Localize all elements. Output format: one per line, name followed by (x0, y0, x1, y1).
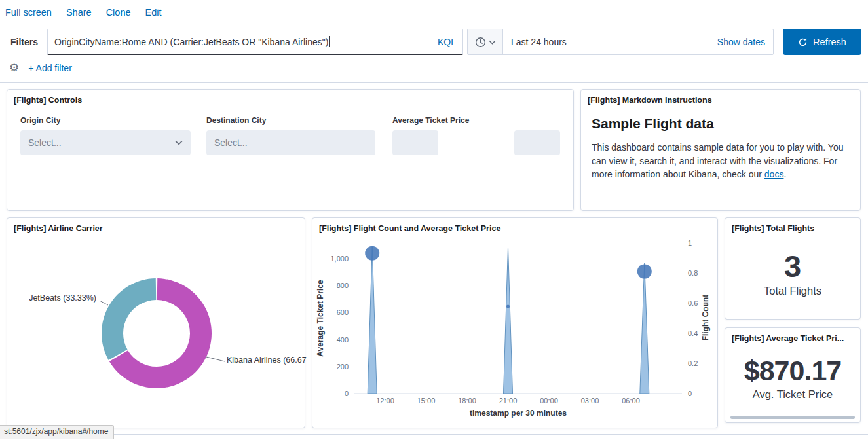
y-right-tick-label: 0.8 (688, 269, 698, 277)
pie-label-line (100, 301, 108, 305)
pie-slice-jetbeats[interactable] (102, 278, 156, 360)
y-left-tick-label: 1,000 (330, 255, 349, 263)
x-tick-label: 03:00 (581, 397, 599, 405)
pie-label-jetbeats: JetBeats (33.33%) (19, 293, 96, 302)
markdown-text-end: . (783, 169, 786, 179)
donut-chart (7, 218, 305, 428)
refresh-button-label: Refresh (813, 37, 846, 47)
y-left-tick-label: 200 (337, 363, 349, 371)
y-right-tick-label: 0 (688, 390, 692, 397)
markdown-body: This dashboard contains sample data for … (592, 141, 852, 181)
metric-body: 3 Total Flights (725, 235, 860, 312)
y-right-axis-title: Flight Count (701, 295, 710, 341)
y-left-tick-label: 600 (337, 308, 349, 316)
query-text: OriginCityName:Rome AND (Carrier:JetBeat… (54, 36, 330, 47)
destination-city-label: Destination City (206, 116, 375, 125)
origin-city-control: Origin City Select... (20, 116, 191, 155)
text-cursor (329, 36, 330, 47)
destination-city-control: Destination City Select... (206, 116, 375, 155)
ticket-price-min-input[interactable] (392, 130, 438, 155)
markdown-text: This dashboard contains sample data for … (592, 142, 843, 179)
viewport-bottom-edge (0, 434, 868, 435)
area-spike[interactable] (368, 247, 377, 394)
panel-title: [Flights] Average Ticket Pri... (725, 328, 860, 343)
gear-icon[interactable]: ⚙ (9, 62, 19, 73)
y-right-tick-label: 0.2 (688, 359, 698, 367)
data-point-marker[interactable] (365, 246, 379, 261)
avg-ticket-price-control: Average Ticket Price (392, 116, 469, 155)
panel-title: [Flights] Total Flights (725, 218, 860, 233)
x-tick-label: 15:00 (417, 397, 436, 405)
x-tick-label: 12:00 (376, 397, 394, 405)
panel-flight-count-avg-price: [Flights] Flight Count and Average Ticke… (312, 217, 718, 428)
x-tick-label: 21:00 (499, 397, 518, 405)
panel-markdown-instructions: [Flights] Markdown Instructions Sample F… (580, 89, 861, 211)
refresh-button[interactable]: Refresh (783, 29, 861, 55)
time-range-label[interactable]: Last 24 hours (511, 37, 567, 47)
add-filter-link[interactable]: + Add filter (28, 63, 72, 73)
kql-language-button[interactable]: KQL (430, 37, 456, 47)
y-left-tick-label: 800 (337, 282, 349, 289)
query-input[interactable]: OriginCityName:Rome AND (Carrier:JetBeat… (47, 29, 463, 55)
panel-title: [Flights] Markdown Instructions (581, 90, 860, 105)
origin-city-placeholder: Select... (28, 138, 62, 148)
nav-clone[interactable]: Clone (106, 7, 131, 18)
chevron-down-icon (489, 40, 496, 45)
destination-city-select[interactable]: Select... (206, 130, 375, 155)
y-left-tick-label: 0 (345, 390, 349, 397)
markdown-heading: Sample Flight data (592, 116, 714, 132)
y-left-tick-label: 400 (337, 336, 349, 344)
top-nav: Full screen Share Clone Edit (5, 7, 162, 18)
avg-ticket-price-label: Avg. Ticket Price (753, 388, 833, 401)
nav-full-screen[interactable]: Full screen (5, 7, 52, 18)
kibana-dashboard: Full screen Share Clone Edit Filters Ori… (0, 0, 868, 440)
data-point-marker[interactable] (637, 265, 652, 279)
panel-airline-carrier-pie: [Flights] Airline Carrier JetBeats (33.3… (7, 217, 305, 428)
y-right-tick-label: 0.6 (688, 299, 698, 307)
x-tick-label: 06:00 (622, 397, 640, 405)
total-flights-value: 3 (784, 251, 801, 282)
browser-status-url: st:5601/zjx/app/kibana#/home (0, 425, 114, 439)
pie-label-kibana-airlines: Kibana Airlines (66.67 (227, 356, 307, 365)
y-right-tick-label: 0.4 (688, 329, 698, 337)
time-picker: Last 24 hours Show dates (467, 29, 774, 55)
horizontal-scrollbar[interactable] (730, 416, 855, 419)
metric-body: $870.17 Avg. Ticket Price (725, 345, 860, 412)
header-divider (0, 82, 868, 83)
nav-edit[interactable]: Edit (145, 7, 162, 18)
panel-flights-controls: [Flights] Controls Origin City Select...… (7, 89, 574, 211)
x-tick-label: 00:00 (540, 397, 558, 405)
docs-link[interactable]: docs (764, 169, 784, 179)
refresh-icon (798, 37, 808, 47)
y-right-tick-label: 1 (688, 239, 692, 247)
destination-city-placeholder: Select... (214, 138, 248, 148)
panel-title: [Flights] Controls (7, 90, 573, 105)
x-axis-title: timestamp per 30 minutes (470, 409, 567, 418)
origin-city-select[interactable]: Select... (20, 130, 191, 155)
y-left-axis-title: Average Ticket Price (316, 280, 325, 357)
nav-share[interactable]: Share (66, 7, 92, 18)
show-dates-link[interactable]: Show dates (717, 37, 765, 47)
query-bar: Filters OriginCityName:Rome AND (Carrier… (5, 29, 861, 55)
time-picker-quick-menu-button[interactable] (468, 29, 503, 54)
ticket-price-max-input[interactable] (514, 130, 560, 155)
panel-avg-ticket-price: [Flights] Average Ticket Pri... $870.17 … (725, 327, 861, 423)
chevron-down-icon (175, 140, 183, 145)
total-flights-label: Total Flights (764, 285, 821, 297)
data-point-marker[interactable] (506, 305, 510, 308)
avg-ticket-price-label: Average Ticket Price (392, 116, 469, 125)
avg-ticket-price-value: $870.17 (744, 357, 841, 385)
area-spike[interactable] (504, 248, 513, 394)
panel-total-flights: [Flights] Total Flights 3 Total Flights (725, 217, 861, 320)
clock-icon (475, 37, 486, 48)
filter-row: ⚙ + Add filter (9, 62, 72, 73)
area-chart: 12:0015:0018:0021:0000:0003:0006:001,000… (312, 218, 717, 428)
area-spike[interactable] (640, 263, 649, 394)
x-tick-label: 18:00 (458, 397, 476, 405)
filters-button[interactable]: Filters (5, 37, 47, 47)
pie-label-line (206, 357, 225, 361)
origin-city-label: Origin City (20, 116, 191, 125)
